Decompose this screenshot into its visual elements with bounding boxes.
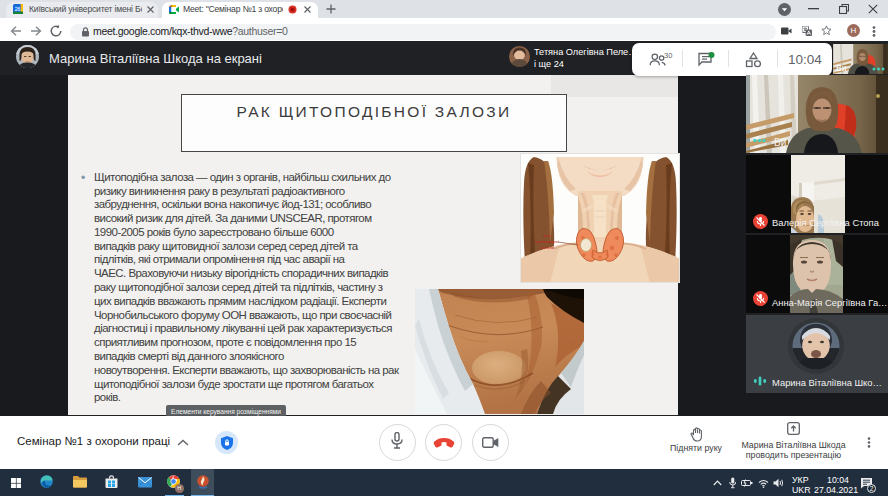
svg-text:щитовидної: щитовидної bbox=[535, 239, 560, 244]
svg-text:26: 26 bbox=[15, 6, 21, 12]
svg-text:рак: рак bbox=[544, 233, 551, 238]
svg-text:залози: залози bbox=[540, 245, 554, 250]
